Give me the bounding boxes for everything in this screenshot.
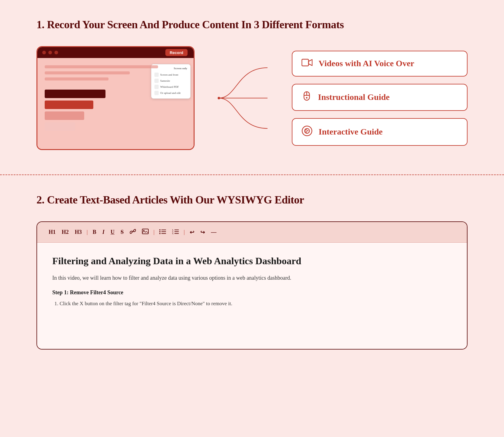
screen-illustration: Record Screen only Screen and front Same…: [36, 46, 195, 150]
dropdown-label-3: Whiteboard PDF: [160, 85, 179, 88]
svg-rect-9: [142, 229, 148, 234]
dropdown-item-3: Whiteboard PDF: [154, 84, 187, 90]
section2-title: 2. Create Text-Based Articles With Our W…: [36, 193, 468, 206]
dropdown-icon-4: [154, 91, 159, 95]
toolbar-strikethrough[interactable]: S: [118, 228, 126, 237]
connector-svg: [219, 53, 268, 144]
bar-row-2: [45, 101, 186, 109]
section1: 1. Record Your Screen And Produce Conten…: [0, 0, 504, 162]
video-icon: [302, 58, 312, 69]
screen-body: Screen only Screen and front Samesite Wh…: [37, 58, 194, 149]
editor-content[interactable]: Filtering and Analyzing Data in a Web An…: [37, 243, 467, 349]
screen-line-3: [45, 77, 109, 80]
dropdown-icon-1: [154, 73, 159, 77]
toolbar-sep-1: |: [87, 229, 88, 235]
toolbar-undo[interactable]: ↩: [187, 228, 197, 237]
dropdown-item-4: Or upload and edit: [154, 90, 187, 96]
bar-light-red: [45, 111, 84, 120]
bar-dark: [45, 90, 105, 98]
dropdown-label-4: Or upload and edit: [160, 91, 181, 94]
dropdown-label-1: Screen and front: [160, 73, 178, 76]
bar-row-3: [45, 111, 186, 120]
editor-toolbar: H1 H2 H3 | B I U S |: [37, 222, 467, 243]
svg-rect-1: [302, 59, 309, 66]
toolbar-ul[interactable]: [157, 227, 168, 237]
toolbar-redo[interactable]: ↪: [198, 228, 207, 237]
screen-dropdown: Screen only Screen and front Samesite Wh…: [151, 64, 191, 99]
article-step1-list: Click the X button on the filter tag for…: [52, 299, 452, 308]
screen-dot-1: [42, 51, 46, 54]
svg-point-0: [218, 97, 220, 99]
dropdown-icon-3: [154, 85, 159, 89]
toolbar-link[interactable]: [127, 227, 138, 237]
section2: 2. Create Text-Based Articles With Our W…: [0, 187, 504, 368]
article-step1-title: Step 1: Remove Filter4 Source: [52, 289, 452, 296]
svg-point-10: [143, 230, 144, 231]
toolbar-h3[interactable]: H3: [72, 228, 84, 237]
toolbar-h2[interactable]: H2: [59, 228, 71, 237]
section1-content-area: Record Screen only Screen and front Same…: [36, 46, 468, 150]
interactive-label: Interactive Guide: [319, 127, 383, 137]
dropdown-item-2: Samesite: [154, 78, 187, 84]
connector-area: [219, 53, 268, 144]
screen-dot-2: [48, 51, 52, 54]
article-intro: In this video, we will learn how to filt…: [52, 274, 452, 282]
screen-top-bar: Record: [37, 47, 194, 58]
section1-title: 1. Record Your Screen And Produce Conten…: [36, 18, 468, 31]
toolbar-ol[interactable]: 1. 2. 3.: [170, 227, 181, 237]
section-divider: [0, 174, 504, 175]
toolbar-hr[interactable]: —: [209, 228, 219, 237]
screen-line-1: [45, 65, 158, 68]
bar-row-4: [45, 122, 186, 131]
output-card-interactive: Interactive Guide: [292, 118, 468, 146]
svg-text:3.: 3.: [172, 232, 174, 234]
videos-label: Videos with AI Voice Over: [319, 59, 414, 68]
toolbar-image[interactable]: [140, 227, 151, 237]
article-title: Filtering and Analyzing Data in a Web An…: [52, 255, 452, 268]
toolbar-sep-3: |: [184, 229, 185, 235]
dropdown-icon-2: [154, 79, 159, 83]
bar-red: [45, 101, 93, 109]
toolbar-underline[interactable]: U: [108, 228, 117, 237]
output-cards: Videos with AI Voice Over Instructional …: [292, 51, 468, 146]
instructional-label: Instructional Guide: [318, 92, 390, 102]
svg-point-5: [306, 97, 308, 98]
toolbar-h1[interactable]: H1: [46, 228, 58, 237]
dropdown-header: Screen only: [154, 67, 187, 70]
toolbar-italic[interactable]: I: [100, 228, 107, 237]
svg-point-11: [159, 229, 161, 230]
dropdown-label-2: Samesite: [160, 79, 170, 82]
record-button[interactable]: Record: [165, 49, 188, 56]
article-list-item-1: Click the X button on the filter tag for…: [60, 299, 452, 308]
editor-container: H1 H2 H3 | B I U S |: [36, 221, 468, 350]
cursor-icon: [302, 125, 312, 138]
toolbar-bold[interactable]: B: [90, 228, 99, 237]
svg-point-15: [159, 233, 161, 234]
dropdown-item-1: Screen and front: [154, 72, 187, 78]
svg-point-13: [159, 231, 161, 232]
bar-pale: [45, 122, 75, 131]
screen-line-2: [45, 71, 130, 74]
output-card-instructional: Instructional Guide: [292, 84, 468, 111]
toolbar-sep-2: |: [154, 229, 155, 235]
mouse-icon: [302, 91, 312, 104]
output-card-videos: Videos with AI Voice Over: [292, 51, 468, 77]
screen-dot-3: [54, 51, 58, 54]
